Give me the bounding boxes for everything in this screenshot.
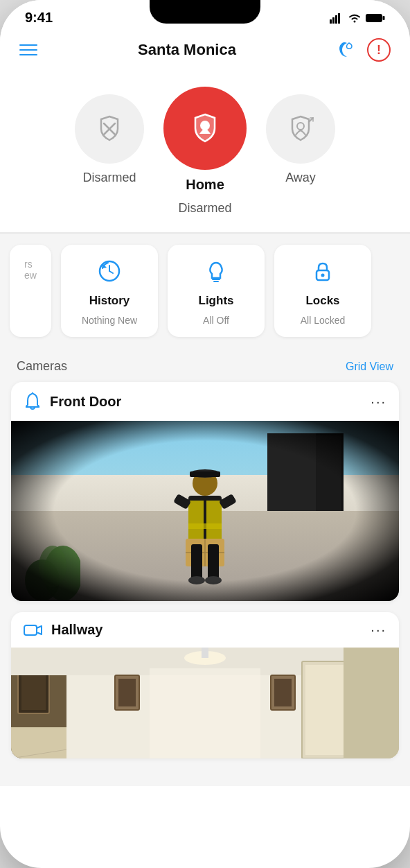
svg-point-9 — [297, 123, 304, 130]
svg-rect-2 — [335, 15, 337, 24]
grid-view-button[interactable]: Grid View — [346, 361, 393, 373]
moon-icon[interactable] — [337, 40, 357, 60]
front-door-more[interactable]: ··· — [371, 394, 386, 410]
svg-rect-57 — [274, 679, 292, 706]
svg-rect-42 — [21, 672, 46, 710]
action-lights[interactable]: Lights All Off — [168, 245, 265, 337]
svg-rect-50 — [150, 668, 260, 758]
menu-line-1 — [19, 44, 37, 46]
wifi-icon — [348, 12, 362, 24]
svg-point-35 — [205, 576, 222, 584]
svg-point-34 — [188, 576, 205, 584]
phone-frame: 9:41 — [0, 0, 410, 868]
away-label: Away — [285, 171, 316, 185]
delivery-person — [163, 462, 247, 601]
status-time: 9:41 — [25, 10, 53, 26]
hallway-svg — [11, 648, 399, 758]
history-subtitle: Nothing New — [82, 315, 137, 326]
svg-rect-49 — [202, 648, 208, 658]
history-icon — [97, 259, 122, 287]
svg-rect-53 — [344, 648, 399, 758]
svg-rect-32 — [191, 544, 202, 579]
floor — [11, 511, 399, 601]
security-section: Disarmed Home — [0, 73, 410, 232]
hallway-name: Hallway — [51, 622, 102, 638]
menu-line-3 — [19, 54, 37, 55]
locks-title: Locks — [305, 294, 339, 308]
front-door-header: Front Door ··· — [11, 382, 399, 421]
front-door-image[interactable] — [11, 421, 399, 601]
svg-rect-1 — [332, 17, 335, 24]
camera-front-door[interactable]: Front Door ··· — [11, 382, 399, 601]
svg-rect-24 — [206, 501, 222, 539]
lights-icon — [204, 259, 229, 287]
camera-icon — [24, 623, 43, 638]
action-partial: rsew — [10, 245, 51, 337]
svg-rect-26 — [188, 523, 222, 529]
signal-icon — [330, 12, 344, 24]
camera-hallway[interactable]: Hallway ··· — [11, 612, 399, 758]
svg-rect-33 — [208, 544, 219, 579]
doorbell-icon — [24, 392, 42, 411]
security-status: Disarmed — [178, 201, 231, 216]
cameras-title: Cameras — [17, 359, 67, 374]
action-locks[interactable]: Locks All Locked — [274, 245, 371, 337]
menu-button[interactable] — [19, 44, 37, 55]
lights-subtitle: All Off — [203, 315, 229, 326]
svg-rect-25 — [204, 501, 206, 539]
svg-rect-5 — [383, 16, 385, 20]
svg-point-18 — [321, 274, 325, 277]
front-door-name: Front Door — [50, 394, 121, 410]
front-door-name-row: Front Door — [24, 392, 121, 411]
away-icon — [284, 112, 317, 146]
notch — [150, 0, 260, 24]
cameras-section: Cameras Grid View Front Door ··· — [0, 348, 410, 786]
home-label: Home — [186, 177, 224, 193]
security-modes: Disarmed Home — [19, 87, 391, 193]
partial-text: rsew — [24, 259, 37, 281]
away-circle — [266, 94, 335, 164]
cameras-header: Cameras Grid View — [0, 348, 410, 382]
header-actions: ! — [337, 38, 391, 62]
quick-actions: rsew History Nothing New — [0, 233, 410, 348]
lights-title: Lights — [199, 294, 234, 308]
hallway-header: Hallway ··· — [11, 612, 399, 648]
scroll-content: 9:41 — [0, 0, 410, 835]
hallway-more[interactable]: ··· — [371, 622, 386, 638]
locks-subtitle: All Locked — [301, 315, 346, 326]
disarmed-label: Disarmed — [82, 171, 136, 185]
locks-icon — [310, 259, 335, 287]
action-history[interactable]: History Nothing New — [61, 245, 158, 337]
mode-home[interactable]: Home — [163, 87, 247, 193]
front-door-scene — [11, 421, 399, 601]
home-circle — [163, 87, 247, 170]
svg-point-38 — [39, 546, 66, 587]
disarmed-icon — [93, 112, 126, 146]
svg-rect-23 — [188, 501, 204, 539]
mode-away[interactable]: Away — [266, 94, 335, 185]
person-svg — [163, 462, 247, 601]
alert-button[interactable]: ! — [367, 38, 391, 62]
header-title: Santa Monica — [138, 41, 236, 59]
shrubs — [25, 532, 80, 601]
home-shield-icon — [186, 109, 224, 148]
hallway-name-row: Hallway — [24, 622, 102, 638]
svg-rect-55 — [118, 679, 136, 706]
history-title: History — [89, 294, 130, 308]
mode-disarmed[interactable]: Disarmed — [75, 94, 144, 185]
battery-icon — [366, 13, 385, 23]
svg-rect-0 — [330, 19, 332, 24]
bottom-spacer — [0, 770, 410, 786]
menu-line-2 — [19, 49, 37, 51]
svg-rect-3 — [338, 13, 340, 24]
svg-rect-39 — [24, 625, 37, 635]
disarmed-circle — [75, 94, 144, 164]
svg-rect-21 — [190, 471, 220, 477]
status-icons — [330, 12, 385, 24]
svg-rect-4 — [366, 14, 382, 22]
header: Santa Monica ! — [0, 31, 410, 73]
hallway-image[interactable] — [11, 648, 399, 758]
